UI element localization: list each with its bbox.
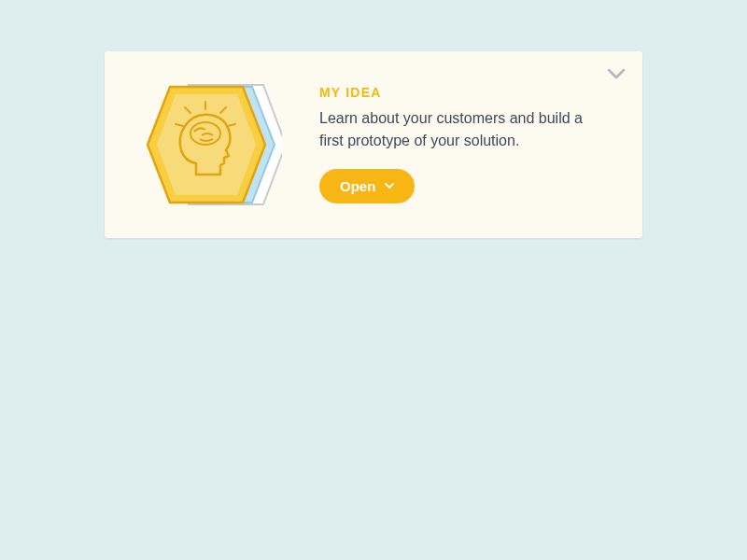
card-title: MY IDEA <box>319 85 618 100</box>
chevron-down-icon <box>607 68 626 79</box>
brain-idea-icon <box>133 79 282 210</box>
collapse-toggle[interactable] <box>605 63 627 85</box>
idea-illustration <box>133 79 282 210</box>
card-content: MY IDEA Learn about your customers and b… <box>319 79 618 210</box>
open-button-label: Open <box>340 178 375 194</box>
open-button[interactable]: Open <box>319 169 415 203</box>
idea-card: MY IDEA Learn about your customers and b… <box>105 51 642 238</box>
chevron-down-icon <box>385 183 394 189</box>
card-description: Learn about your customers and build a f… <box>319 107 609 152</box>
